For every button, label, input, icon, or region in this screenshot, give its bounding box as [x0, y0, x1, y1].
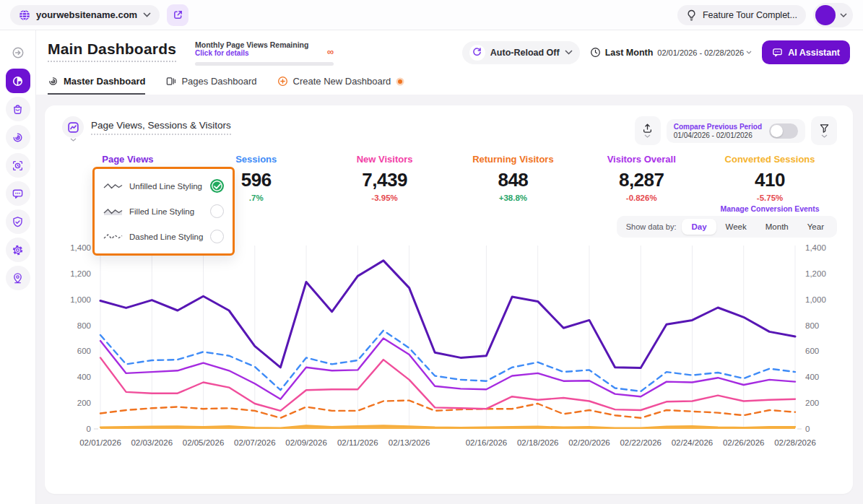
option-unfilled-line-styling[interactable]: Unfilled Line Styling [102, 173, 225, 199]
page-header: Main Dashboards Monthly Page Views Remai… [36, 30, 863, 66]
x-tick-label: 02/11/2026 [337, 438, 378, 447]
open-site-button[interactable] [167, 4, 188, 26]
chevron-down-icon [565, 50, 573, 55]
sidebar-item-dashboards[interactable] [6, 69, 30, 93]
y-tick-label: 800 [805, 321, 819, 330]
date-range-picker: Last Month 02/01/2026 - 02/28/2026 [590, 47, 753, 58]
tab-pages-dashboard[interactable]: Pages Dashboard [165, 76, 256, 95]
monthly-quota-details-link[interactable]: Click for details [195, 49, 334, 57]
x-tick-label: 02/26/2026 [723, 438, 765, 447]
collapse-icon [12, 46, 25, 59]
auto-reload-label: Auto-Reload Off [490, 48, 560, 58]
tab-master-dashboard[interactable]: Master Dashboard [48, 76, 145, 95]
show-by-month[interactable]: Month [756, 219, 798, 235]
unfilled-line-icon [103, 181, 123, 191]
x-tick-label: 02/03/2026 [131, 438, 173, 447]
y-tick-label: 1,000 [805, 295, 826, 304]
metric-label: Converted Sessions [706, 154, 834, 165]
compare-toggle[interactable] [769, 123, 798, 139]
show-by-day[interactable]: Day [682, 219, 716, 235]
sidebar-item-security[interactable] [6, 209, 30, 234]
sidebar-item-chat[interactable] [6, 181, 30, 206]
clock-icon [590, 47, 601, 58]
y-tick-label: 600 [805, 347, 819, 355]
location-pin-icon [12, 272, 24, 284]
compare-range: 01/04/2026 - 02/01/2026 [674, 131, 762, 139]
option-label: Filled Line Styling [129, 207, 204, 216]
lightbulb-icon [686, 9, 697, 21]
funnel-icon [819, 123, 830, 134]
export-button[interactable] [635, 116, 661, 145]
dashboard-icon [12, 75, 24, 87]
gear-icon [12, 244, 24, 256]
y-tick-label: 1,400 [805, 243, 826, 252]
option-filled-line-styling[interactable]: Filled Line Styling [102, 199, 225, 224]
sidebar-item-recordings[interactable] [6, 153, 30, 178]
tour-dot-icon [396, 77, 404, 86]
metric-visitors-overall[interactable]: Visitors Overall8,287-0.826% [577, 154, 706, 213]
chart-svg: 002002004004006006008008001,0001,0001,20… [61, 242, 837, 450]
metric-converted-sessions[interactable]: Converted Sessions410-5.75%Manage Conver… [706, 154, 834, 213]
ai-assistant-button[interactable]: AI Assistant [762, 40, 850, 64]
dashed-line-icon [103, 232, 123, 241]
account-menu[interactable] [813, 3, 853, 27]
metric-new-visitors[interactable]: New Visitors7,439-3.95% [321, 154, 449, 213]
option-label: Dashed Line Styling [129, 233, 204, 241]
y-tick-label: 800 [77, 321, 91, 330]
monthly-quota-label: Monthly Page Views Remaining [195, 40, 334, 49]
shopping-bag-icon [12, 103, 24, 116]
manage-conversion-events-link[interactable]: Manage Conversion Events [706, 204, 834, 213]
option-dashed-line-styling[interactable]: Dashed Line Styling [102, 224, 225, 249]
series-page-views [100, 261, 795, 368]
topbar: yourwebsitename.com Feature Tour Complet… [0, 0, 863, 30]
feature-tour-button[interactable]: Feature Tour Complet... [677, 5, 806, 25]
tab-create-new-dashboard[interactable]: Create New Dashboard [277, 76, 405, 95]
line-chart-badge-icon [62, 116, 84, 138]
option-label: Unfilled Line Styling [129, 182, 204, 191]
show-by-year[interactable]: Year [798, 219, 833, 235]
site-selector[interactable]: yourwebsitename.com [10, 5, 160, 25]
period-range[interactable]: 02/01/2026 - 02/28/2026 [657, 48, 752, 57]
metric-delta: +38.8% [448, 194, 577, 202]
sidebar-item-locations[interactable] [6, 266, 30, 290]
radio-selected[interactable] [210, 179, 224, 193]
x-tick-label: 02/05/2026 [183, 438, 225, 447]
x-tick-label: 02/01/2026 [79, 438, 121, 447]
avatar [815, 5, 836, 25]
sidebar-item-sessions[interactable] [6, 125, 30, 149]
sidebar-item-collapse[interactable] [6, 40, 30, 65]
shield-check-icon [12, 216, 24, 228]
scan-clock-icon [12, 160, 24, 172]
metric-value: 8,287 [577, 169, 706, 191]
metric-returning-visitors[interactable]: Returning Visitors848+38.8% [448, 154, 577, 213]
metric-value: 410 [706, 169, 834, 191]
sidebar-item-settings[interactable] [6, 238, 30, 262]
radio-unselected[interactable] [210, 204, 224, 218]
show-data-by-label: Show data by: [626, 222, 677, 231]
radio-unselected[interactable] [210, 230, 224, 243]
filled-line-icon [103, 207, 123, 216]
series-visitors-overall [100, 339, 795, 399]
auto-reload-dropdown[interactable]: Auto-Reload Off [462, 41, 580, 64]
spiral-icon [48, 76, 58, 87]
site-name: yourwebsitename.com [36, 9, 137, 20]
export-icon [642, 123, 653, 134]
sidebar-item-store[interactable] [6, 97, 30, 121]
y-tick-label: 200 [805, 399, 819, 407]
y-tick-label: 600 [77, 347, 91, 355]
series-new-visitors [100, 357, 795, 411]
chart-card: Page Views, Sessions & Visitors Compare … [45, 105, 853, 494]
filter-button[interactable] [811, 116, 837, 145]
pages-icon [165, 76, 176, 87]
y-tick-label: 400 [805, 373, 819, 381]
ai-assistant-label: AI Assistant [788, 48, 840, 58]
metric-delta: -5.75% [706, 194, 834, 202]
y-tick-label: 0 [87, 425, 91, 433]
x-tick-label: 02/07/2026 [234, 438, 276, 447]
show-by-week[interactable]: Week [716, 219, 756, 235]
x-tick-label: 02/13/2026 [389, 438, 430, 447]
y-tick-label: 400 [77, 373, 91, 381]
refresh-icon [469, 45, 485, 61]
y-tick-label: 1,200 [70, 269, 91, 278]
widget-menu-chip[interactable] [61, 116, 85, 142]
